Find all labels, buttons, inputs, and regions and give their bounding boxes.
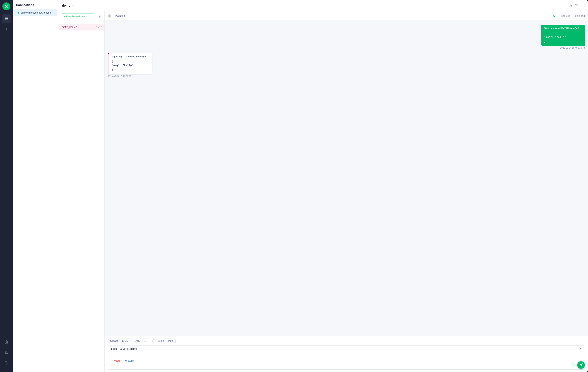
- rec-body-line2: "msg": "hello": [112, 63, 149, 68]
- message-meta-received: Topic: mqttx_4299c767/demo QoS: 0: [112, 55, 149, 58]
- messages-toolbar: Plaintext All Received Published: [105, 11, 588, 21]
- message-filter-tabs: All Received Published: [553, 14, 585, 18]
- svg-point-7: [5, 353, 6, 354]
- plaintext-label: Plaintext: [115, 14, 125, 17]
- qos-select[interactable]: 1: [143, 339, 150, 343]
- svg-point-14: [584, 5, 584, 6]
- send-icon: [579, 363, 583, 367]
- retain-circle-icon: [152, 339, 156, 342]
- connection-status-dot: [18, 12, 19, 14]
- publish-toolbar: Payload: JSON QoS: 1: [108, 339, 585, 343]
- top-bar: demo: [59, 0, 588, 11]
- pub-body-line3: }: [544, 40, 582, 44]
- payload-format-chevron-icon: [129, 340, 131, 342]
- pub-body-line2: "msg": "hello": [544, 35, 582, 40]
- plaintext-chevron-icon: [126, 15, 128, 17]
- message-bubble-received: Topic: mqttx_4299c767/demo QoS: 0 { "msg…: [108, 53, 152, 74]
- retain-toggle[interactable]: Retain: [152, 339, 164, 342]
- received-message: Topic: mqttx_4299c767/demo QoS: 0 { "msg…: [108, 53, 152, 77]
- qos-value: 1: [144, 340, 146, 342]
- published-topic: Topic: mqttx_4299c767/demo: [544, 27, 575, 30]
- subscriptions-panel: + New Subscription m: [59, 11, 105, 372]
- add-field-button[interactable]: [571, 362, 576, 367]
- message-bubble-published: Topic: mqttx_4299c767/demo QoS: 1 { "msg…: [541, 25, 585, 46]
- svg-point-6: [6, 342, 7, 343]
- received-qos: QoS: 0: [142, 55, 149, 58]
- message-meta-published: Topic: mqttx_4299c767/demo QoS: 1: [544, 27, 582, 30]
- format-indicator-icon: [108, 14, 111, 18]
- connection-item[interactable]: demo@broker.emqx.io:8083: [14, 9, 57, 16]
- send-button[interactable]: [577, 361, 585, 369]
- expand-icon[interactable]: [579, 347, 582, 351]
- pub-body-line1: {: [544, 31, 582, 35]
- rec-body-line3: }: [112, 68, 149, 72]
- subscription-qos: QoS 0: [96, 26, 102, 28]
- body-brace-close: }: [110, 363, 582, 367]
- received-timestamp: 2023-05-04 15:49:51:071: [108, 75, 152, 78]
- top-bar-title: demo: [62, 4, 568, 7]
- main-area: demo: [59, 0, 588, 372]
- body-content: "msg": "hello": [110, 359, 582, 363]
- filter-tab-all[interactable]: All: [553, 14, 556, 18]
- meta-button[interactable]: Meta: [166, 339, 176, 343]
- qos-chevron-icon: [147, 340, 148, 342]
- top-bar-actions: [568, 4, 585, 7]
- subscription-topic: mqttx_4299c76...: [62, 26, 96, 29]
- sidebar-item-info[interactable]: [2, 358, 11, 367]
- app-logo[interactable]: [2, 2, 10, 10]
- subscription-list: mqttx_4299c76... QoS 0: [59, 22, 105, 372]
- subscriptions-toolbar: + New Subscription: [59, 11, 105, 22]
- subscription-item[interactable]: mqttx_4299c76... QoS 0: [59, 24, 105, 30]
- svg-point-1: [5, 18, 5, 19]
- sidebar-item-connections[interactable]: [2, 14, 11, 23]
- message-body-received: { "msg": "hello" }: [112, 59, 149, 72]
- sidebar-item-add[interactable]: [2, 25, 11, 33]
- publish-body: { "msg": "hello" }: [108, 353, 585, 370]
- payload-format-value: JSON: [122, 340, 128, 342]
- connection-title: demo: [62, 4, 71, 7]
- retain-label: Retain: [157, 339, 164, 342]
- qos-label: QoS:: [135, 339, 141, 342]
- publish-area: Payload: JSON QoS: 1: [105, 336, 588, 372]
- svg-point-0: [5, 18, 5, 18]
- new-subscription-button[interactable]: + New Subscription: [61, 14, 95, 20]
- sidebar: [0, 0, 13, 372]
- svg-marker-25: [580, 364, 583, 367]
- filter-tab-published[interactable]: Published: [573, 14, 585, 18]
- svg-point-2: [5, 19, 5, 19]
- plaintext-dropdown[interactable]: Plaintext: [113, 14, 130, 18]
- filter-icon: [98, 15, 101, 18]
- publish-topic-input[interactable]: [110, 347, 579, 350]
- published-timestamp: 2023-05-04 15:49:51:038: [541, 47, 585, 49]
- messages-panel: Plaintext All Received Published: [105, 11, 588, 372]
- sidebar-item-settings[interactable]: [2, 338, 11, 347]
- connections-header: Connections: [13, 0, 59, 9]
- published-qos: QoS: 1: [575, 27, 582, 30]
- connection-name: demo@broker.emqx.io:8083: [21, 11, 51, 14]
- edit-icon[interactable]: [575, 4, 578, 7]
- svg-point-13: [583, 5, 583, 6]
- power-icon[interactable]: [568, 4, 572, 7]
- svg-point-3: [5, 20, 5, 20]
- published-message: Topic: mqttx_4299c767/demo QoS: 1 { "msg…: [541, 25, 585, 49]
- received-topic: Topic: mqttx_4299c767/demo: [112, 55, 142, 58]
- payload-format-select[interactable]: JSON: [120, 339, 133, 343]
- subscription-filter-button[interactable]: [96, 14, 102, 19]
- filter-tab-received[interactable]: Received: [559, 14, 570, 18]
- sidebar-bottom: [2, 338, 11, 370]
- add-icon: [572, 364, 574, 366]
- sidebar-item-feed[interactable]: [2, 348, 11, 357]
- publish-topic-row: [108, 345, 585, 352]
- rec-body-line1: {: [112, 59, 149, 63]
- content-area: + New Subscription m: [59, 11, 588, 372]
- connections-panel: Connections demo@broker.emqx.io:8083: [13, 0, 59, 372]
- payload-label: Payload:: [108, 339, 118, 342]
- message-body-published: { "msg": "hello" }: [544, 31, 582, 43]
- chevron-up-down-icon: [579, 347, 582, 350]
- more-options-icon[interactable]: [581, 4, 585, 7]
- svg-point-12: [582, 5, 582, 6]
- sidebar-nav: [0, 14, 13, 338]
- publish-body-text[interactable]: { "msg": "hello" }: [110, 355, 582, 367]
- chevron-down-icon[interactable]: [72, 4, 75, 7]
- message-list: Topic: mqttx_4299c767/demo QoS: 1 { "msg…: [105, 21, 588, 336]
